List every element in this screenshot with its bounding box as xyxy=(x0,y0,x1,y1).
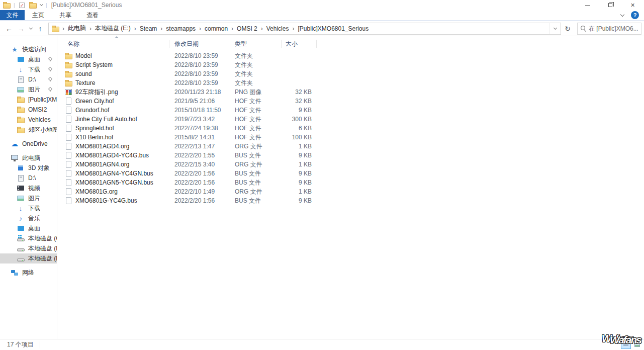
file-row[interactable]: XMO6801G-YC4G.bus2022/2/20 1:56BUS 文件9 K… xyxy=(60,196,644,205)
sidebar-item-public-xmo[interactable]: [Public]XMO68 xyxy=(0,95,57,105)
details-view-button[interactable] xyxy=(621,340,631,349)
thumbnails-view-button[interactable] xyxy=(632,340,642,349)
file-row[interactable]: Texture2022/8/10 23:59文件夹 xyxy=(60,78,644,88)
breadcrumb-separator[interactable]: › xyxy=(230,25,234,32)
sidebar-item-d-drive-pinned[interactable]: D:\ xyxy=(0,74,57,84)
file-row[interactable]: sound2022/8/10 23:59文件夹 xyxy=(60,69,644,78)
file-row[interactable]: Model2022/8/10 23:59文件夹 xyxy=(60,51,644,60)
breadcrumb-omsi2[interactable]: OMSI 2 xyxy=(234,25,260,32)
file-row[interactable]: Script System2022/8/10 23:59文件夹 xyxy=(60,60,644,69)
file-name-cell: XMO6801AGN5-YC4GN.bus xyxy=(60,179,169,187)
tab-share[interactable]: 共享 xyxy=(52,10,79,20)
file-row[interactable]: XMO6801AGD4-YC4G.bus2022/2/20 1:55BUS 文件… xyxy=(60,151,644,160)
sidebar-item-local-disk-e[interactable]: 本地磁盘 (E:) xyxy=(0,253,57,264)
breadcrumb-separator[interactable]: › xyxy=(88,25,93,32)
breadcrumb-separator[interactable]: › xyxy=(159,25,163,32)
download-icon: ↓ xyxy=(17,204,25,212)
help-button[interactable]: ? xyxy=(631,11,639,19)
tab-home[interactable]: 主页 xyxy=(25,10,52,20)
sidebar-item-this-pc[interactable]: 此电脑 xyxy=(0,153,57,163)
breadcrumb-separator[interactable]: › xyxy=(133,25,137,32)
sidebar-item-suburb-map[interactable]: 郊区小地图~Sp xyxy=(0,125,57,135)
file-type-cell: HOF 文件 xyxy=(231,124,282,133)
file-row[interactable]: XMO6801AGN4-YC4GN.bus2022/2/20 1:56BUS 文… xyxy=(60,169,644,178)
sidebar-item-downloads[interactable]: ↓下载 xyxy=(0,203,57,213)
column-header-type[interactable]: 类型 xyxy=(231,40,282,48)
breadcrumb-this-pc[interactable]: 此电脑 xyxy=(65,24,88,33)
file-name-cell: Script System xyxy=(60,61,169,69)
restore-button[interactable] xyxy=(599,0,621,10)
refresh-button[interactable]: ↻ xyxy=(561,23,574,35)
sidebar-item-pictures-pinned[interactable]: 图片 xyxy=(0,84,57,95)
column-header-name[interactable]: 名称 xyxy=(60,40,169,48)
sidebar-label: 3D 对象 xyxy=(28,164,50,172)
forward-button[interactable]: → xyxy=(15,23,27,35)
qat-customize-chevron-icon[interactable] xyxy=(40,3,43,6)
recent-locations-chevron-icon[interactable] xyxy=(27,23,34,35)
close-button[interactable]: × xyxy=(621,0,644,10)
back-button[interactable]: ← xyxy=(3,23,15,35)
sidebar-item-local-disk-c[interactable]: 本地磁盘 (C:) xyxy=(0,233,57,243)
sidebar-item-videos[interactable]: 视频 xyxy=(0,183,57,193)
sidebar-item-pictures[interactable]: 图片 xyxy=(0,193,57,203)
sidebar-item-3d-objects[interactable]: 3D 对象 xyxy=(0,163,57,173)
file-date-cell: 2022/8/10 23:59 xyxy=(169,61,231,68)
search-input[interactable] xyxy=(589,25,638,32)
title-bar: | ✓ | [Public]XMO6801_Serious × xyxy=(0,0,644,10)
ribbon-collapse-chevron-icon[interactable] xyxy=(620,12,624,16)
address-bar[interactable]: › 此电脑 › 本地磁盘 (E:) › Steam › steamapps › … xyxy=(48,23,561,35)
file-row[interactable]: Springfield.hof2022/7/24 19:38HOF 文件6 KB xyxy=(60,124,644,133)
breadcrumb-separator[interactable]: › xyxy=(61,25,65,32)
file-row[interactable]: XMO6801AGN4.org2022/2/15 3:40ORG 文件1 KB xyxy=(60,160,644,169)
sidebar-item-music[interactable]: ♪音乐 xyxy=(0,213,57,223)
breadcrumb-steam[interactable]: Steam xyxy=(137,25,160,32)
file-row[interactable]: XMO6801G.org2022/2/10 1:49ORG 文件1 KB xyxy=(60,187,644,196)
file-date-cell: 2022/2/15 3:40 xyxy=(169,161,231,168)
sidebar-item-desktop[interactable]: 桌面 xyxy=(0,223,57,233)
search-box[interactable] xyxy=(577,23,641,35)
file-row[interactable]: X10 Berlin.hof2015/8/2 14:31HOF 文件100 KB xyxy=(60,133,644,142)
sidebar-item-quick-access[interactable]: ★快速访问 xyxy=(0,44,57,54)
address-history-chevron-icon[interactable] xyxy=(549,23,561,34)
column-header-size[interactable]: 大小 xyxy=(282,40,317,48)
sidebar-label: 图片 xyxy=(28,194,40,203)
breadcrumb-separator[interactable]: › xyxy=(198,25,202,32)
breadcrumb-drive-e[interactable]: 本地磁盘 (E:) xyxy=(93,24,133,33)
tab-view[interactable]: 查看 xyxy=(79,10,106,20)
sidebar-item-d-drive[interactable]: D:\ xyxy=(0,173,57,183)
breadcrumb-current-folder[interactable]: [Public]XMO6801_Serious xyxy=(295,25,371,32)
new-folder-icon[interactable] xyxy=(29,1,37,9)
sidebar-item-local-disk-d[interactable]: 本地磁盘 (D:) xyxy=(0,243,57,253)
breadcrumb-separator[interactable]: › xyxy=(260,25,264,32)
sidebar-item-desktop-pinned[interactable]: 桌面 xyxy=(0,54,57,64)
column-header-label: 修改日期 xyxy=(174,40,199,48)
sidebar-item-onedrive[interactable]: ☁OneDrive xyxy=(0,139,57,149)
file-row[interactable]: XMO6801AGD4.org2022/2/13 1:47ORG 文件1 KB xyxy=(60,142,644,151)
breadcrumb-common[interactable]: common xyxy=(202,25,230,32)
file-icon xyxy=(64,133,72,141)
file-icon xyxy=(64,160,72,168)
column-header-date-modified[interactable]: 修改日期 xyxy=(169,40,231,48)
sidebar-item-downloads-pinned[interactable]: ↓下载 xyxy=(0,64,57,74)
breadcrumb-vehicles[interactable]: Vehicles xyxy=(264,25,292,32)
file-row[interactable]: Grundorf.hof2015/10/18 11:50HOF 文件9 KB xyxy=(60,106,644,115)
sidebar-item-omsi2[interactable]: OMSI2 xyxy=(0,105,57,115)
properties-checkbox-icon[interactable]: ✓ xyxy=(18,1,26,9)
file-row[interactable]: Jinhe City Full Auto.hof2019/7/23 3:42HO… xyxy=(60,115,644,124)
pin-icon xyxy=(48,87,53,92)
sidebar-item-network[interactable]: 网络 xyxy=(0,268,57,278)
drive-icon xyxy=(17,254,25,262)
minimize-button[interactable] xyxy=(576,0,599,10)
breadcrumb-steamapps[interactable]: steamapps xyxy=(163,25,198,32)
sort-ascending-icon xyxy=(115,36,119,38)
file-row[interactable]: XMO6801AGN5-YC4GN.bus2022/2/20 1:56BUS 文… xyxy=(60,178,644,187)
pictures-icon xyxy=(17,194,25,202)
up-button[interactable]: ↑ xyxy=(34,23,46,35)
tab-file[interactable]: 文件 xyxy=(0,10,25,20)
breadcrumb-separator[interactable]: › xyxy=(291,25,295,32)
file-row[interactable]: 92车牌指引.png2020/11/23 21:18PNG 图像32 KB xyxy=(60,88,644,97)
file-size-cell: 1 KB xyxy=(282,188,317,195)
file-icon xyxy=(64,151,72,159)
sidebar-item-vehicles[interactable]: Vehicles xyxy=(0,115,57,125)
file-row[interactable]: Green City.hof2021/9/5 21:06HOF 文件32 KB xyxy=(60,97,644,106)
